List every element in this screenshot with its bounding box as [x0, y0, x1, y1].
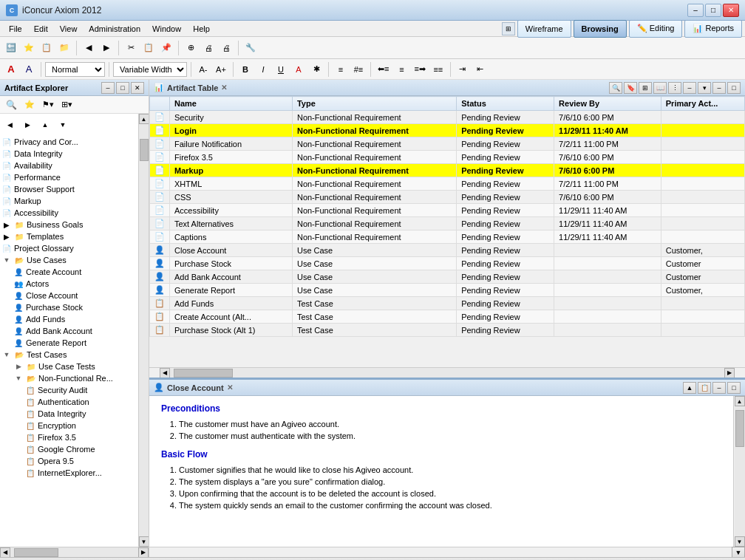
close-account-tab[interactable]: 👤 Close Account ✕	[154, 383, 233, 392]
minimize-button[interactable]: –	[687, 4, 704, 17]
tree-item-actors[interactable]: 👥 Actors	[1, 278, 137, 290]
table-row[interactable]: 👤 Generate Report Use Case Pending Revie…	[150, 284, 745, 297]
tree-item-test-cases[interactable]: ▼ 📂 Test Cases	[1, 349, 137, 361]
scroll-left[interactable]: ◀	[0, 547, 10, 558]
scroll-down[interactable]: ▼	[139, 536, 149, 547]
table-row[interactable]: 📄 Text Alternatives Non-Functional Requi…	[150, 217, 745, 231]
tree-item-privacy[interactable]: 📄 Privacy and Cor...	[1, 136, 137, 148]
col-type[interactable]: Type	[292, 97, 456, 111]
close-button[interactable]: ✕	[723, 4, 739, 17]
at-search-btn[interactable]: 🔍	[609, 82, 622, 94]
table-row[interactable]: 📄 Firefox 3.5 Non-Functional Requirement…	[150, 151, 745, 164]
text-color-btn[interactable]: A	[290, 61, 307, 78]
tree-back[interactable]: ◀	[1, 117, 18, 133]
tb-btn-4[interactable]: 📁	[56, 40, 72, 56]
ol-btn[interactable]: #≡	[350, 61, 367, 78]
table-row[interactable]: 📄 Login Non-Functional Requirement Pendi…	[150, 124, 745, 137]
at-max-btn[interactable]: □	[727, 82, 741, 94]
menu-help[interactable]: Help	[187, 23, 216, 35]
italic-btn[interactable]: I	[255, 61, 271, 78]
at-bookmark-btn[interactable]: 🔖	[624, 82, 637, 94]
font-dropdown[interactable]: Variable Width Fixed Width	[113, 62, 187, 77]
wireframe-icon-btn[interactable]: ⊞	[502, 22, 515, 35]
table-row[interactable]: 📄 Captions Non-Functional Requirement Pe…	[150, 231, 745, 244]
table-hthumb[interactable]	[174, 369, 233, 378]
at-collapse-btn[interactable]: –	[683, 82, 696, 94]
tree-item-chrome[interactable]: 📋 Google Chrome	[1, 443, 137, 455]
bp-scroll-thumb[interactable]	[735, 410, 744, 447]
tree-item-glossary[interactable]: 📄 Project Glossary	[1, 242, 137, 254]
bp-up-btn[interactable]: ▲	[683, 382, 696, 394]
table-row[interactable]: 📋 Add Funds Test Case Pending Review	[150, 297, 745, 310]
tb-btn-11[interactable]: 🖨	[200, 40, 217, 56]
table-row[interactable]: 👤 Purchase Stock Use Case Pending Review…	[150, 257, 745, 270]
menu-administration[interactable]: Administration	[83, 23, 146, 35]
tree-item-use-cases[interactable]: ▼ 📂 Use Cases	[1, 254, 137, 266]
reports-button[interactable]: 📊 Reports	[684, 20, 742, 38]
at-bookmark2-btn[interactable]: 📖	[653, 82, 667, 94]
bottom-panel-close[interactable]: ✕	[227, 383, 233, 392]
outdent-btn[interactable]: ⇤	[472, 61, 489, 78]
align-justify[interactable]: ≡≡	[430, 61, 446, 78]
tree-item-authentication[interactable]: 📋 Authentication	[1, 396, 137, 408]
tree-item-markup[interactable]: 📄 Markup	[1, 195, 137, 207]
panel-maximize[interactable]: □	[116, 82, 129, 94]
menu-view[interactable]: View	[54, 23, 84, 35]
tb-btn-2[interactable]: ⭐	[21, 40, 37, 56]
align-left[interactable]: ⬅≡	[375, 61, 392, 78]
editing-button[interactable]: ✏️ Editing	[629, 20, 683, 38]
tree-item-ie[interactable]: 📋 InternetExplorer...	[1, 467, 137, 479]
col-primary[interactable]: Primary Act...	[661, 97, 744, 111]
at-filter-btn[interactable]: ⊞	[639, 82, 652, 94]
scroll-right[interactable]: ▶	[138, 547, 149, 558]
bp-scroll-down[interactable]: ▼	[735, 536, 745, 547]
bp-copy-btn[interactable]: 📋	[698, 382, 711, 394]
tree-forward[interactable]: ▶	[19, 117, 35, 133]
tree-item-business-goals[interactable]: ▶ 📁 Business Goals	[1, 219, 137, 231]
tree-item-non-func[interactable]: ▼ 📂 Non-Functional Re...	[1, 372, 137, 384]
maximize-button[interactable]: □	[705, 4, 721, 17]
tb-btn-5[interactable]: ◀	[81, 40, 97, 56]
table-row[interactable]: 👤 Add Bank Account Use Case Pending Revi…	[150, 270, 745, 284]
tb-btn-10[interactable]: ⊕	[183, 40, 199, 56]
tb-btn-3[interactable]: 📋	[38, 40, 55, 56]
tree-item-opera[interactable]: 📋 Opera 9.5	[1, 455, 137, 467]
col-review[interactable]: Review By	[554, 97, 661, 111]
artifact-table-close[interactable]: ✕	[221, 83, 227, 92]
menu-window[interactable]: Window	[146, 23, 187, 35]
lp-search-btn[interactable]: 🔍	[3, 97, 20, 113]
table-row[interactable]: 📋 Create Account (Alt... Test Case Pendi…	[150, 310, 745, 324]
tree-item-add-funds[interactable]: 👤 Add Funds	[1, 313, 137, 325]
tree-item-browser[interactable]: 📄 Browser Support	[1, 183, 137, 195]
col-name[interactable]: Name	[170, 97, 293, 111]
lp-star-btn[interactable]: ⭐	[21, 97, 38, 113]
tb-btn-7[interactable]: ✂	[123, 40, 139, 56]
at-col-btn[interactable]: ⋮	[668, 82, 681, 94]
table-row[interactable]: 📄 Failure Notification Non-Functional Re…	[150, 137, 745, 151]
at-more-btn[interactable]: ▾	[698, 82, 711, 94]
tree-item-use-case-tests[interactable]: ▶ 📁 Use Case Tests	[1, 361, 137, 372]
browsing-button[interactable]: Browsing	[574, 20, 627, 38]
list-btn[interactable]: ≡	[333, 61, 349, 78]
tb-btn-13[interactable]: 🔧	[242, 40, 259, 56]
align-right[interactable]: ≡➡	[411, 61, 428, 78]
col-status[interactable]: Status	[457, 97, 554, 111]
table-row[interactable]: 📄 Security Non-Functional Requirement Pe…	[150, 111, 745, 124]
tree-item-add-bank[interactable]: 👤 Add Bank Account	[1, 325, 137, 337]
menu-file[interactable]: File	[3, 23, 28, 35]
underline-btn[interactable]: U	[273, 61, 289, 78]
font-size-inc[interactable]: A+	[213, 61, 229, 78]
tree-item-data-integrity[interactable]: 📄 Data Integrity	[1, 148, 137, 160]
table-row[interactable]: 📄 Accessibility Non-Functional Requireme…	[150, 204, 745, 217]
highlight-btn[interactable]: ✱	[308, 61, 324, 78]
tree-item-encryption[interactable]: 📋 Encryption	[1, 420, 137, 431]
table-scroll-right[interactable]: ▶	[724, 368, 735, 378]
tree-item-templates[interactable]: ▶ 📁 Templates	[1, 231, 137, 242]
tree-down[interactable]: ▼	[55, 117, 71, 133]
lp-flag-btn[interactable]: ⚑▾	[39, 97, 57, 113]
artifact-table-tab[interactable]: 📊 Artifact Table ✕	[154, 83, 227, 92]
table-row[interactable]: 📋 Purchase Stock (Alt 1) Test Case Pendi…	[150, 324, 745, 337]
tb-btn-9[interactable]: 📌	[158, 40, 174, 56]
tree-item-availability[interactable]: 📄 Availability	[1, 160, 137, 171]
table-row[interactable]: 👤 Close Account Use Case Pending Review …	[150, 244, 745, 257]
